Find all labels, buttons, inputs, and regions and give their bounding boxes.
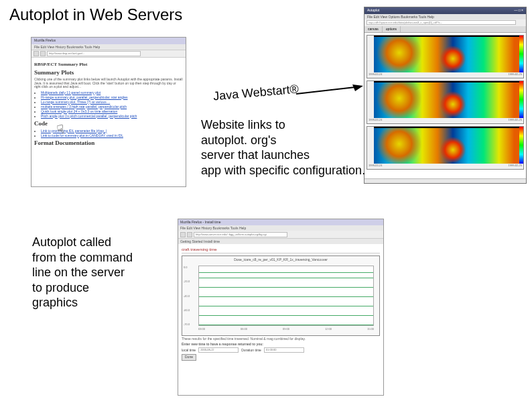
form-input: 2000-08-22	[198, 347, 239, 353]
nav-back-icon	[180, 232, 186, 237]
summary-links-list: Multipanels daily 11-panel summary plot …	[34, 91, 183, 118]
svg-marker-1	[352, 84, 363, 91]
form-row: local time 2000-08-22 Duration time 01:0…	[182, 347, 380, 353]
code-link: Link to processing IDL parameter file (r…	[41, 129, 107, 133]
xaxis-right: 1999-02-25	[509, 72, 522, 78]
svg-line-0	[296, 87, 355, 94]
page-heading: craft traversing time	[182, 247, 380, 253]
plot-body-icon	[198, 266, 374, 326]
desc-line: Website links to	[201, 118, 285, 131]
browser-bottom-tabs: Getting Started Install time	[178, 239, 383, 244]
app-menubar: File Edit View Options Bookmarks Tools H…	[364, 14, 526, 19]
summary-link: Multipanels daily 11-panel summary plot	[41, 91, 101, 95]
y-axis-icon	[367, 81, 374, 118]
colorbar-icon	[519, 36, 523, 72]
xaxis-right: 1999-02-25	[509, 118, 522, 123]
xlab: 09:00	[283, 327, 289, 334]
bl-line: to produce	[32, 281, 89, 294]
browser-left-menubar: File Edit View History Bookmarks Tools H…	[31, 44, 186, 50]
bottom-left-text: Autoplot called from the command line on…	[32, 235, 166, 310]
bl-line: Autoplot called	[32, 235, 111, 249]
x-axis-labels: 03:00 06:00 09:00 12:00 15:00	[198, 327, 374, 334]
form-label: Duration time	[241, 348, 261, 352]
ylab: -20.0	[184, 280, 197, 283]
form-label: local time	[182, 348, 196, 352]
browser-bottom-mock: Mozilla Firefox - Install time File Edit…	[178, 219, 384, 396]
nav-back-icon	[34, 51, 39, 56]
slide-title: Autoplot in Web Servers	[9, 5, 182, 24]
app-tabs: canvas options	[364, 26, 526, 33]
line-plot: Dose_icare_c8_re_per_v01_KP_KR_1x_traver…	[182, 255, 380, 336]
colorbar-icon	[519, 127, 523, 164]
note-text: These results for the specified time tra…	[182, 337, 380, 341]
browser-bottom-menubar: File Edit View History Bookmarks Tools H…	[178, 225, 383, 231]
y-axis-icon	[367, 36, 374, 72]
ylab: 0.0	[184, 266, 197, 269]
ylab: -60.0	[184, 308, 197, 312]
bl-line: graphics	[32, 296, 78, 309]
browser-left-content: RBSP/ECT Summary Plot Summary Plots Clic…	[31, 58, 186, 186]
summary-link: Hi-range summary plot, parallel, perpend…	[41, 95, 128, 99]
arrow-icon	[296, 84, 363, 98]
xaxis-left: 1999-02-24	[369, 72, 382, 78]
desc-line: app with specific configuration.	[201, 163, 489, 178]
form-header: Enter new time to have a response return…	[182, 343, 380, 347]
window-controls-icon: — □ ×	[514, 8, 523, 13]
java-webstart-label: Java Webstart®	[212, 82, 299, 103]
browser-bottom-content: craft traversing time Dose_icare_c8_re_p…	[178, 244, 383, 395]
ylab: -70.0	[184, 323, 197, 326]
browser-bottom-url: http://www-server.rice.edu/~bgg_un/form.…	[194, 232, 287, 237]
x-axis: 1999-02-24 1999-02-25	[367, 72, 523, 78]
summary-link: Lo-range summary plot, Three (?) at vari…	[41, 100, 110, 104]
form-input: 01:00:00	[264, 347, 304, 353]
browser-left-url: http://www.rbsp-ect.lanl.gov/...	[47, 51, 141, 56]
browser-bottom-addressbar: http://www-server.rice.edu/~bgg_un/form.…	[178, 231, 383, 239]
spectrogram-panel: 1999-02-24 1999-02-25	[367, 35, 524, 78]
section-heading-doc: Format Documentation	[34, 139, 183, 146]
section-heading-summary: Summary Plots	[34, 69, 183, 76]
summary-link: multiple energies / 3 high rate parallel…	[41, 105, 127, 109]
xlab: 03:00	[198, 327, 205, 334]
description-text: Website links to autoplot. org's server …	[201, 117, 402, 178]
xlab: 15:00	[367, 327, 374, 334]
xlab: 12:00	[325, 327, 332, 334]
browser-left-mock: Mozilla Firefox File Edit View History B…	[31, 37, 186, 187]
bl-line: line on the server	[32, 266, 125, 279]
code-link: Link to code for summary plot in CANDDAY…	[41, 133, 123, 137]
desc-line: server that launches	[201, 148, 310, 162]
app-title: Autoplot	[367, 8, 379, 13]
colorbar-icon	[519, 81, 523, 118]
nav-fwd-icon	[40, 51, 46, 56]
bl-line: from the command	[32, 251, 133, 264]
nav-fwd-icon	[187, 232, 192, 237]
xaxis-right: 1999-02-25	[509, 164, 522, 169]
ylab: -40.0	[184, 294, 197, 298]
plot-title: Dose_icare_c8_re_per_v01_KP_KR_1x_traver…	[182, 256, 379, 262]
app-addressbar: vap+cdf://space.rice.edu/data/plot/sci-w…	[364, 19, 526, 26]
app-titlebar: Autoplot — □ ×	[364, 7, 526, 14]
form-row: Done	[182, 354, 380, 361]
tab-options: options	[383, 26, 401, 32]
xlab: 06:00	[241, 327, 247, 334]
summary-link: Pitch angle plot Ox pitch commercial par…	[41, 114, 137, 118]
intro-paragraph: Clicking one of the summary plot links b…	[34, 78, 183, 89]
browser-left-titlebar: Mozilla Firefox	[31, 38, 186, 44]
tab-canvas: canvas	[364, 26, 383, 32]
app-url: vap+cdf://space.rice.edu/data/plot/sci-w…	[367, 20, 516, 25]
desc-line: autoplot. org's	[201, 133, 277, 147]
browser-left-addressbar: http://www.rbsp-ect.lanl.gov/...	[31, 50, 186, 58]
page-heading: RBSP/ECT Summary Plot	[34, 62, 183, 67]
done-button: Done	[182, 354, 196, 361]
y-axis-labels: 0.0 -20.0 -40.0 -60.0 -70.0	[184, 266, 197, 326]
app-scrollbar	[364, 178, 526, 183]
browser-bottom-titlebar: Mozilla Firefox - Install time	[178, 219, 383, 225]
summary-link: Quick look single plot 24 + 0x3.3 us tim…	[41, 109, 117, 113]
